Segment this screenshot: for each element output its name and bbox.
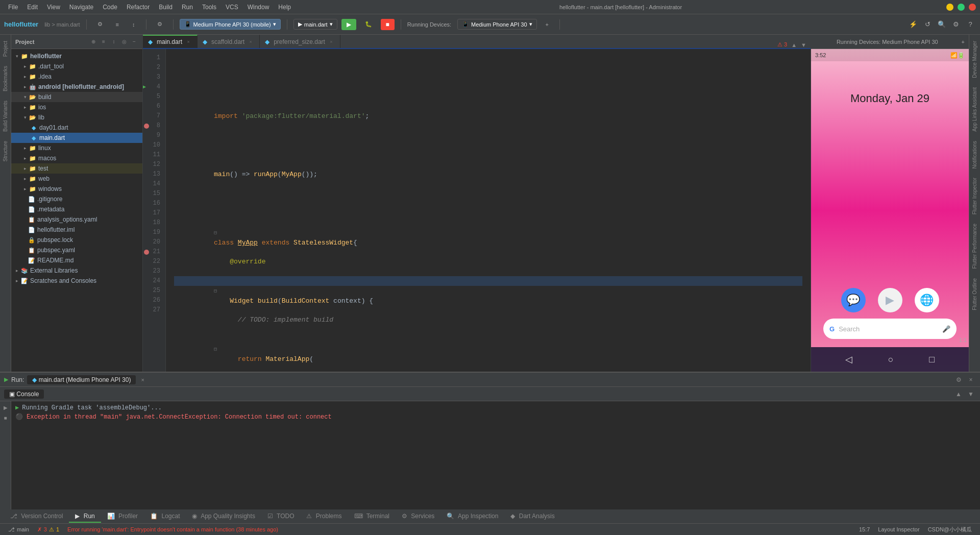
tree-macos[interactable]: ▸ 📁 macos: [11, 153, 142, 163]
run-config-btn[interactable]: ≡: [111, 19, 124, 30]
status-layout-inspector[interactable]: Layout Inspector: [874, 524, 923, 535]
tree-windows[interactable]: ▸ 📁 windows: [11, 184, 142, 194]
tree-readme[interactable]: 📝 README.md: [11, 255, 142, 265]
status-errors[interactable]: ✗ 3 ⚠ 1: [33, 524, 63, 535]
tab-close-main[interactable]: ×: [185, 38, 192, 45]
vtab-flutter-performance[interactable]: Flutter Performance: [970, 220, 979, 273]
window-controls[interactable]: – + ×: [946, 4, 976, 11]
vtab-flutter-inspector[interactable]: Flutter Inspector: [970, 174, 979, 218]
menu-window[interactable]: Window: [243, 3, 274, 12]
run-close-panel-btn[interactable]: ×: [966, 375, 976, 385]
tree-analysis[interactable]: 📋 analysis_options.yaml: [11, 214, 142, 225]
toolbar-icon-down[interactable]: ▼: [801, 42, 806, 48]
tree-main-dart[interactable]: ◆ main.dart: [11, 133, 142, 143]
tab-scaffold[interactable]: ◆ scaffold.dart ×: [198, 35, 260, 48]
panel-icon-2[interactable]: ≡: [100, 38, 108, 46]
nav-back-btn[interactable]: ◁: [845, 354, 852, 365]
menu-refactor[interactable]: Refactor: [122, 3, 154, 12]
hot-reload-btn[interactable]: ⚡: [908, 19, 919, 30]
tree-ios[interactable]: ▸ 📁 ios: [11, 102, 142, 112]
menu-bar[interactable]: File Edit View Navigate Code Refactor Bu…: [4, 3, 295, 12]
vtab-device-manager[interactable]: Device Manager: [970, 37, 979, 82]
btab-app-inspection[interactable]: 🔍 App Inspection: [440, 510, 504, 523]
panel-icon-3[interactable]: ↕: [110, 38, 118, 46]
btab-logcat[interactable]: 📋 Logcat: [144, 510, 186, 523]
minimize-button[interactable]: –: [946, 4, 953, 11]
btab-run[interactable]: ▶ Run: [69, 510, 101, 523]
search-everywhere-btn[interactable]: 🔍: [936, 19, 947, 30]
toolbar-icon-up[interactable]: ▲: [791, 42, 797, 48]
close-button[interactable]: ×: [969, 4, 976, 11]
tree-pubspec-lock[interactable]: 🔒 pubspec.lock: [11, 235, 142, 245]
menu-help[interactable]: Help: [274, 3, 295, 12]
btab-app-quality[interactable]: ◉ App Quality Insights: [186, 510, 261, 523]
fold-icon-10[interactable]: ⊟: [214, 347, 217, 352]
running-device-selector[interactable]: 📱 Medium Phone API 30 ▾: [457, 19, 536, 30]
run-settings-btn[interactable]: ⚙: [953, 375, 964, 385]
add-device-btn[interactable]: +: [541, 19, 553, 30]
tab-close-preferred-size[interactable]: ×: [328, 38, 335, 45]
tree-idea[interactable]: ▸ 📁 .idea: [11, 71, 142, 82]
tree-day01[interactable]: ◆ day01.dart: [11, 123, 142, 133]
tree-build[interactable]: ▾ 📂 build: [11, 92, 142, 102]
menu-edit[interactable]: Edit: [23, 3, 42, 12]
tree-root[interactable]: ▾ 📁 helloflutter: [11, 51, 142, 61]
panel-icon-1[interactable]: ⊕: [89, 38, 97, 46]
settings-gear-btn[interactable]: ⚙: [950, 19, 962, 30]
btab-problems[interactable]: ⚠ Problems: [300, 510, 348, 523]
vtab-app-links[interactable]: App Links Assistant: [970, 83, 979, 136]
tree-web[interactable]: ▸ 📁 web: [11, 174, 142, 184]
app-icon-messages[interactable]: 💬: [841, 288, 866, 312]
tab-preferred-size[interactable]: ◆ preferred_size.dart ×: [260, 35, 340, 48]
menu-run[interactable]: Run: [178, 3, 197, 12]
run-button[interactable]: ▶: [341, 19, 356, 30]
status-git-branch[interactable]: ⎇ main: [4, 524, 33, 535]
tab-main-dart[interactable]: ◆ main.dart ×: [143, 35, 198, 48]
btab-dart-analysis[interactable]: ◆ Dart Analysis: [504, 510, 560, 523]
menu-view[interactable]: View: [43, 3, 64, 12]
maximize-button[interactable]: +: [958, 4, 965, 11]
stop-button[interactable]: ■: [381, 19, 395, 30]
device-selector[interactable]: 📱 Medium Phone API 30 (mobile) ▾: [180, 19, 281, 30]
tab-close-scaffold[interactable]: ×: [247, 38, 254, 45]
menu-file[interactable]: File: [4, 3, 22, 12]
code-content[interactable]: import 'package:flutter/material.dart'; …: [166, 49, 811, 372]
tree-test[interactable]: ▸ 📁 test: [11, 163, 142, 174]
nav-recents-btn[interactable]: □: [929, 354, 935, 365]
menu-navigate[interactable]: Navigate: [65, 3, 97, 12]
run-close-btn[interactable]: ×: [141, 377, 144, 383]
menu-build[interactable]: Build: [155, 3, 177, 12]
tab-structure[interactable]: Structure: [1, 137, 10, 166]
menu-vcs[interactable]: VCS: [222, 3, 242, 12]
tree-scratches[interactable]: ▸ 📝 Scratches and Consoles: [11, 276, 142, 286]
btab-terminal[interactable]: ⌨ Terminal: [348, 510, 396, 523]
fold-icon-8[interactable]: ⊟: [214, 288, 217, 294]
hot-restart-btn[interactable]: ↺: [922, 19, 933, 30]
tree-iml[interactable]: 📄 helloflutter.iml: [11, 225, 142, 235]
vtab-notifications[interactable]: Notifications: [970, 137, 979, 173]
tree-lib[interactable]: ▾ 📂 lib: [11, 112, 142, 123]
console-tab-item[interactable]: ▣ Console: [4, 390, 44, 399]
tree-external-libraries[interactable]: ▸ 📚 External Libraries: [11, 265, 142, 276]
flutter-icon-btn[interactable]: ⚙: [153, 19, 167, 30]
device-search-bar[interactable]: G Search 🎤: [823, 319, 957, 339]
tree-gitignore[interactable]: 📄 .gitignore: [11, 194, 142, 204]
panel-minimize[interactable]: −: [130, 38, 138, 46]
tab-project[interactable]: Project: [1, 37, 10, 61]
menu-code[interactable]: Code: [99, 3, 121, 12]
console-run-btn[interactable]: ▶: [2, 403, 10, 411]
app-icon-play[interactable]: ▶: [878, 288, 902, 312]
menu-tools[interactable]: Tools: [198, 3, 220, 12]
help-btn[interactable]: ?: [965, 19, 976, 30]
tab-bookmarks[interactable]: Bookmarks: [1, 62, 10, 95]
tree-pubspec-yaml[interactable]: 📋 pubspec.yaml: [11, 245, 142, 255]
tab-build-variants[interactable]: Build Variants: [1, 96, 10, 136]
app-icon-chrome[interactable]: 🌐: [915, 288, 939, 312]
btab-version-control[interactable]: ⎇ Version Control: [4, 510, 69, 523]
btab-todo[interactable]: ☑ TODO: [261, 510, 301, 523]
status-position[interactable]: 15:7: [855, 524, 874, 535]
run-target-selector[interactable]: ▶ main.dart ▾: [293, 19, 337, 30]
btab-services[interactable]: ⚙ Services: [396, 510, 440, 523]
console-stop-btn[interactable]: ■: [2, 414, 10, 422]
microphone-icon[interactable]: 🎤: [942, 325, 950, 333]
